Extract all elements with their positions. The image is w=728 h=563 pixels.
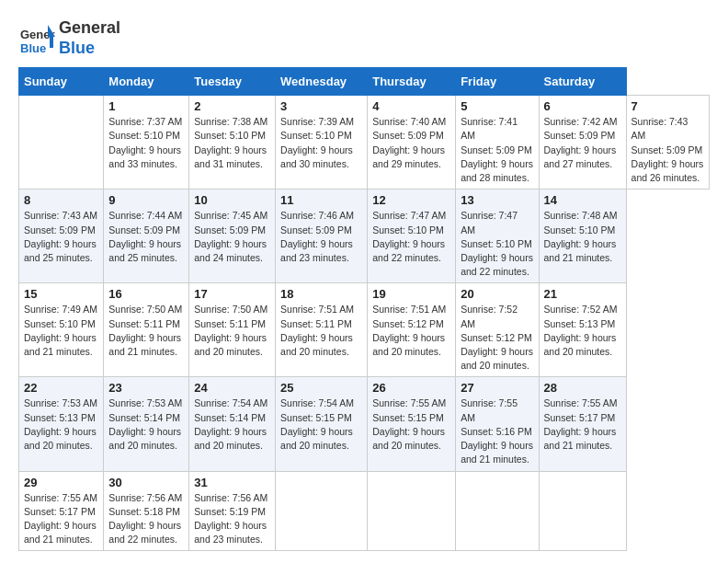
day-number: 9 — [108, 193, 184, 207]
day-number: 25 — [280, 381, 362, 395]
day-detail: Sunrise: 7:51 AMSunset: 5:11 PMDaylight:… — [280, 303, 362, 359]
day-detail: Sunrise: 7:46 AMSunset: 5:09 PMDaylight:… — [280, 209, 362, 265]
col-header-tuesday: Tuesday — [189, 68, 276, 96]
calendar-table: SundayMondayTuesdayWednesdayThursdayFrid… — [18, 67, 710, 551]
day-detail: Sunrise: 7:55 AMSunset: 5:17 PMDaylight:… — [544, 396, 621, 453]
day-detail: Sunrise: 7:37 AMSunset: 5:10 PMDaylight:… — [108, 115, 184, 171]
col-header-saturday: Saturday — [539, 68, 626, 96]
day-detail: Sunrise: 7:51 AMSunset: 5:12 PMDaylight:… — [372, 303, 450, 359]
calendar-cell: 3 Sunrise: 7:39 AMSunset: 5:10 PMDayligh… — [276, 96, 368, 190]
day-number: 30 — [108, 476, 184, 489]
calendar-cell: 25 Sunrise: 7:54 AMSunset: 5:15 PMDaylig… — [276, 377, 368, 471]
calendar-week-row: 1 Sunrise: 7:37 AMSunset: 5:10 PMDayligh… — [19, 96, 710, 190]
day-detail: Sunrise: 7:43 AMSunset: 5:09 PMDaylight:… — [24, 209, 98, 265]
calendar-cell — [19, 96, 104, 190]
day-number: 17 — [194, 287, 270, 301]
calendar-cell: 22 Sunrise: 7:53 AMSunset: 5:13 PMDaylig… — [19, 377, 104, 471]
calendar-cell: 13 Sunrise: 7:47 AMSunset: 5:10 PMDaylig… — [456, 190, 539, 283]
day-number: 10 — [194, 193, 270, 207]
col-header-sunday: Sunday — [19, 68, 104, 96]
day-detail: Sunrise: 7:49 AMSunset: 5:10 PMDaylight:… — [24, 303, 98, 359]
calendar-cell: 27 Sunrise: 7:55 AMSunset: 5:16 PMDaylig… — [456, 377, 539, 471]
day-detail: Sunrise: 7:54 AMSunset: 5:14 PMDaylight:… — [194, 396, 270, 453]
day-detail: Sunrise: 7:55 AMSunset: 5:16 PMDaylight:… — [461, 396, 533, 466]
calendar-cell: 28 Sunrise: 7:55 AMSunset: 5:17 PMDaylig… — [539, 377, 626, 471]
day-number: 21 — [544, 287, 621, 301]
day-number: 8 — [24, 193, 98, 207]
calendar-cell: 7 Sunrise: 7:43 AMSunset: 5:09 PMDayligh… — [626, 96, 709, 190]
day-detail: Sunrise: 7:44 AMSunset: 5:09 PMDaylight:… — [108, 209, 184, 265]
page-header: General Blue General Blue — [18, 18, 710, 58]
day-number: 16 — [108, 287, 184, 301]
calendar-header-row: SundayMondayTuesdayWednesdayThursdayFrid… — [19, 68, 710, 96]
calendar-cell: 1 Sunrise: 7:37 AMSunset: 5:10 PMDayligh… — [104, 96, 189, 190]
calendar-cell: 19 Sunrise: 7:51 AMSunset: 5:12 PMDaylig… — [368, 283, 456, 377]
calendar-cell: 2 Sunrise: 7:38 AMSunset: 5:10 PMDayligh… — [189, 96, 276, 190]
logo: General Blue General Blue — [18, 18, 120, 58]
day-number: 22 — [24, 381, 98, 395]
day-number: 31 — [194, 476, 270, 489]
col-header-thursday: Thursday — [368, 68, 456, 96]
svg-text:Blue: Blue — [20, 41, 46, 55]
calendar-body: 1 Sunrise: 7:37 AMSunset: 5:10 PMDayligh… — [19, 96, 710, 551]
calendar-week-row: 29 Sunrise: 7:55 AMSunset: 5:17 PMDaylig… — [19, 471, 710, 551]
day-detail: Sunrise: 7:56 AMSunset: 5:19 PMDaylight:… — [194, 491, 270, 547]
day-detail: Sunrise: 7:55 AMSunset: 5:17 PMDaylight:… — [24, 491, 98, 547]
calendar-cell: 6 Sunrise: 7:42 AMSunset: 5:09 PMDayligh… — [539, 96, 626, 190]
day-detail: Sunrise: 7:41 AMSunset: 5:09 PMDaylight:… — [461, 115, 533, 185]
calendar-week-row: 8 Sunrise: 7:43 AMSunset: 5:09 PMDayligh… — [19, 190, 710, 283]
calendar-cell — [276, 471, 368, 551]
day-number: 28 — [544, 381, 621, 395]
day-number: 15 — [24, 287, 98, 301]
day-detail: Sunrise: 7:52 AMSunset: 5:12 PMDaylight:… — [461, 303, 533, 373]
day-detail: Sunrise: 7:53 AMSunset: 5:13 PMDaylight:… — [24, 396, 98, 453]
logo-icon: General Blue — [18, 20, 55, 57]
calendar-cell: 17 Sunrise: 7:50 AMSunset: 5:11 PMDaylig… — [189, 283, 276, 377]
day-number: 6 — [544, 99, 621, 113]
day-number: 13 — [461, 193, 533, 207]
col-header-wednesday: Wednesday — [276, 68, 368, 96]
calendar-cell: 30 Sunrise: 7:56 AMSunset: 5:18 PMDaylig… — [104, 471, 189, 551]
calendar-cell: 26 Sunrise: 7:55 AMSunset: 5:15 PMDaylig… — [368, 377, 456, 471]
day-detail: Sunrise: 7:50 AMSunset: 5:11 PMDaylight:… — [194, 303, 270, 359]
day-detail: Sunrise: 7:40 AMSunset: 5:09 PMDaylight:… — [372, 115, 450, 171]
day-number: 27 — [461, 381, 533, 395]
calendar-cell — [456, 471, 539, 551]
day-number: 7 — [631, 99, 704, 113]
day-detail: Sunrise: 7:38 AMSunset: 5:10 PMDaylight:… — [194, 115, 270, 171]
calendar-cell: 16 Sunrise: 7:50 AMSunset: 5:11 PMDaylig… — [104, 283, 189, 377]
calendar-cell: 12 Sunrise: 7:47 AMSunset: 5:10 PMDaylig… — [368, 190, 456, 283]
calendar-cell: 14 Sunrise: 7:48 AMSunset: 5:10 PMDaylig… — [539, 190, 626, 283]
day-number: 4 — [372, 99, 450, 113]
calendar-week-row: 22 Sunrise: 7:53 AMSunset: 5:13 PMDaylig… — [19, 377, 710, 471]
calendar-cell: 29 Sunrise: 7:55 AMSunset: 5:17 PMDaylig… — [19, 471, 104, 551]
day-number: 5 — [461, 99, 533, 113]
calendar-cell: 23 Sunrise: 7:53 AMSunset: 5:14 PMDaylig… — [104, 377, 189, 471]
day-number: 14 — [544, 193, 621, 207]
day-number: 1 — [108, 99, 184, 113]
day-detail: Sunrise: 7:56 AMSunset: 5:18 PMDaylight:… — [108, 491, 184, 547]
day-number: 26 — [372, 381, 450, 395]
day-detail: Sunrise: 7:45 AMSunset: 5:09 PMDaylight:… — [194, 209, 270, 265]
calendar-cell: 18 Sunrise: 7:51 AMSunset: 5:11 PMDaylig… — [276, 283, 368, 377]
day-number: 12 — [372, 193, 450, 207]
day-detail: Sunrise: 7:47 AMSunset: 5:10 PMDaylight:… — [461, 209, 533, 279]
day-detail: Sunrise: 7:55 AMSunset: 5:15 PMDaylight:… — [372, 396, 450, 453]
day-number: 3 — [280, 99, 362, 113]
calendar-cell: 11 Sunrise: 7:46 AMSunset: 5:09 PMDaylig… — [276, 190, 368, 283]
day-number: 18 — [280, 287, 362, 301]
day-detail: Sunrise: 7:52 AMSunset: 5:13 PMDaylight:… — [544, 303, 621, 359]
day-number: 29 — [24, 476, 98, 489]
day-number: 19 — [372, 287, 450, 301]
calendar-cell: 9 Sunrise: 7:44 AMSunset: 5:09 PMDayligh… — [104, 190, 189, 283]
calendar-cell — [539, 471, 626, 551]
col-header-monday: Monday — [104, 68, 189, 96]
calendar-cell: 5 Sunrise: 7:41 AMSunset: 5:09 PMDayligh… — [456, 96, 539, 190]
day-detail: Sunrise: 7:50 AMSunset: 5:11 PMDaylight:… — [108, 303, 184, 359]
day-detail: Sunrise: 7:54 AMSunset: 5:15 PMDaylight:… — [280, 396, 362, 453]
calendar-cell: 20 Sunrise: 7:52 AMSunset: 5:12 PMDaylig… — [456, 283, 539, 377]
calendar-cell — [368, 471, 456, 551]
calendar-cell: 31 Sunrise: 7:56 AMSunset: 5:19 PMDaylig… — [189, 471, 276, 551]
calendar-cell: 21 Sunrise: 7:52 AMSunset: 5:13 PMDaylig… — [539, 283, 626, 377]
calendar-cell: 24 Sunrise: 7:54 AMSunset: 5:14 PMDaylig… — [189, 377, 276, 471]
